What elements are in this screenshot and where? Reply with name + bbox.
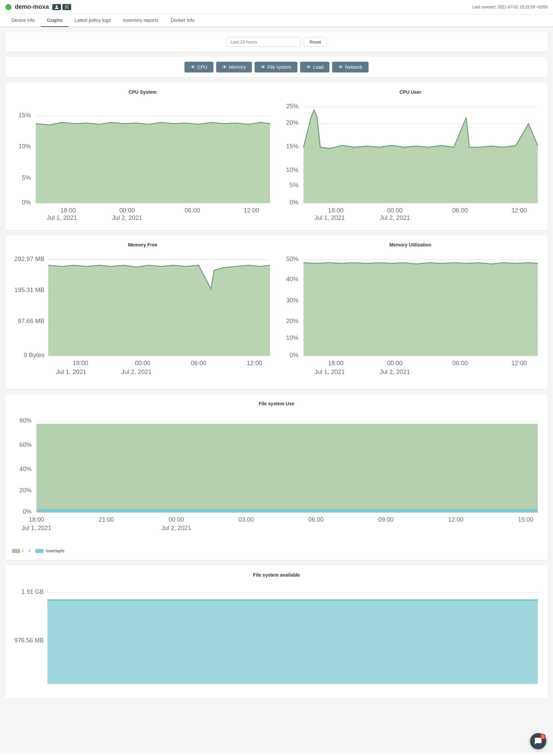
filesystem-use-chart: 80% 60% 40% 20% 0% 18:00 21:00 00:00 (12, 410, 541, 545)
list-icon[interactable] (62, 4, 71, 10)
filesystem-available-title: File system available (12, 572, 541, 578)
tab-latest-policy-logs[interactable]: Latest policy logs (68, 14, 117, 27)
svg-text:0%: 0% (290, 351, 299, 358)
time-filter-bar: Reset (5, 32, 548, 52)
memory-btn-label: Memory (229, 64, 246, 70)
svg-marker-27 (303, 110, 538, 203)
svg-text:Jul 2, 2021: Jul 2, 2021 (380, 368, 410, 375)
header-icons (52, 4, 71, 10)
svg-text:12:00: 12:00 (511, 359, 527, 367)
cpu-user-title: CPU User (280, 89, 541, 95)
svg-text:00:00: 00:00 (119, 207, 135, 214)
svg-text:30%: 30% (286, 297, 298, 304)
svg-text:Jul 1, 2021: Jul 1, 2021 (314, 214, 345, 221)
filesystem-use-title: File system Use (12, 401, 541, 406)
cpu-charts-row: CPU System 15% 10% 5% 0% (12, 89, 541, 223)
graph-buttons: 👁 CPU 👁 Memory 👁 File system 👁 Load 👁 Ne… (5, 57, 548, 77)
svg-text:00:00: 00:00 (387, 207, 403, 214)
filesystem-available-chart: 1.91 GB 976.56 MB (12, 582, 541, 692)
cpu-system-title: CPU System (12, 89, 273, 95)
eye-icon: 👁 (191, 64, 195, 70)
svg-marker-61 (303, 263, 538, 356)
svg-text:12:00: 12:00 (243, 207, 259, 214)
load-graph-button[interactable]: 👁 Load (300, 62, 329, 72)
svg-text:12:00: 12:00 (247, 359, 262, 367)
cpu-charts-section: CPU System 15% 10% 5% 0% (5, 83, 548, 230)
eye-icon: 👁 (222, 64, 227, 70)
svg-text:06:00: 06:00 (184, 207, 200, 214)
svg-marker-95 (48, 600, 538, 684)
svg-text:0%: 0% (23, 508, 32, 515)
device-status-dot (5, 4, 11, 10)
svg-text:00:00: 00:00 (169, 516, 184, 523)
svg-text:1.91 GB: 1.91 GB (22, 588, 44, 595)
svg-text:06:00: 06:00 (452, 359, 468, 367)
svg-marker-79 (36, 509, 538, 513)
memory-utilization-title: Memory Utilization (280, 242, 541, 248)
legend-color-root (12, 549, 20, 553)
svg-text:18:00: 18:00 (73, 359, 88, 367)
filesystem-graph-button[interactable]: 👁 File system (255, 62, 297, 72)
network-graph-button[interactable]: 👁 Network (332, 62, 368, 72)
svg-text:5%: 5% (290, 181, 299, 188)
svg-text:0%: 0% (290, 199, 299, 206)
tab-graphs[interactable]: Graphs (41, 14, 68, 27)
chat-bubble[interactable]: 1 (530, 733, 546, 749)
cpu-graph-button[interactable]: 👁 CPU (184, 62, 213, 72)
svg-text:20%: 20% (286, 317, 298, 324)
tab-docker-info[interactable]: Docker Info (165, 14, 201, 27)
svg-text:18:00: 18:00 (29, 516, 44, 523)
svg-text:20%: 20% (20, 487, 32, 494)
eye-icon: 👁 (306, 64, 311, 70)
reset-button[interactable]: Reset (304, 37, 327, 47)
svg-text:50%: 50% (286, 255, 298, 262)
last-connect: Last connect: 2021-07-02 15:25:59 +0200 (472, 5, 548, 9)
svg-text:40%: 40% (20, 466, 32, 472)
svg-text:195.31 MB: 195.31 MB (14, 286, 45, 293)
svg-text:60%: 60% (20, 441, 32, 448)
svg-text:80%: 80% (20, 417, 32, 424)
legend-item-overlayfs: /overlayfs (35, 548, 64, 553)
legend-item-root: / (12, 548, 24, 553)
svg-text:15%: 15% (18, 112, 31, 119)
svg-text:Jul 2, 2021: Jul 2, 2021 (112, 214, 142, 221)
svg-marker-78 (36, 424, 538, 512)
tabs: Device info Graphs Latest policy logs In… (0, 14, 553, 27)
eye-icon: 👁 (261, 64, 265, 70)
svg-text:06:00: 06:00 (309, 516, 324, 523)
svg-text:5%: 5% (22, 174, 31, 181)
svg-text:Jul 2, 2021: Jul 2, 2021 (121, 368, 152, 375)
svg-text:10%: 10% (286, 166, 298, 173)
time-range-input[interactable] (226, 37, 300, 47)
chat-badge: 1 (540, 734, 546, 739)
load-btn-label: Load (313, 64, 323, 70)
memory-graph-button[interactable]: 👁 Memory (216, 62, 252, 72)
tab-device-info[interactable]: Device info (5, 14, 41, 27)
memory-utilization-chart: Memory Utilization 50% 40% 30% 20% 10% 0… (280, 242, 541, 382)
header: demo-moxa Last connect: 2021-07-02 15:25… (0, 0, 553, 14)
tab-inventory-reports[interactable]: Inventory reports (117, 14, 165, 27)
svg-text:Jul 1, 2021: Jul 1, 2021 (47, 214, 77, 221)
svg-text:21:00: 21:00 (99, 516, 114, 523)
memory-free-title: Memory Free (12, 242, 273, 248)
svg-text:18:00: 18:00 (328, 207, 344, 214)
svg-text:09:00: 09:00 (378, 516, 394, 523)
svg-text:00:00: 00:00 (387, 359, 403, 367)
filesystem-use-section: File system Use 80% 60% 40% 20% 0% (5, 394, 548, 560)
svg-marker-8 (36, 122, 270, 203)
svg-text:Jul 1, 2021: Jul 1, 2021 (22, 525, 51, 531)
legend-color-overlayfs (35, 549, 43, 553)
filesystem-available-section: File system available 1.91 GB 976.56 MB (5, 565, 548, 699)
svg-text:12:00: 12:00 (448, 516, 463, 523)
device-name: demo-moxa (15, 3, 49, 10)
svg-text:06:00: 06:00 (452, 207, 468, 214)
svg-text:10%: 10% (286, 334, 298, 341)
svg-text:0%: 0% (22, 199, 31, 206)
memory-charts-row: Memory Free 292.97 MB 195.31 MB 97.66 MB… (12, 242, 541, 382)
svg-text:Jul 1, 2021: Jul 1, 2021 (56, 368, 86, 375)
svg-text:0 Bytes: 0 Bytes (24, 351, 44, 358)
network-btn-label: Network (345, 64, 362, 70)
user-icon[interactable] (52, 4, 61, 10)
memory-charts-section: Memory Free 292.97 MB 195.31 MB 97.66 MB… (5, 235, 548, 389)
svg-text:18:00: 18:00 (328, 359, 344, 367)
